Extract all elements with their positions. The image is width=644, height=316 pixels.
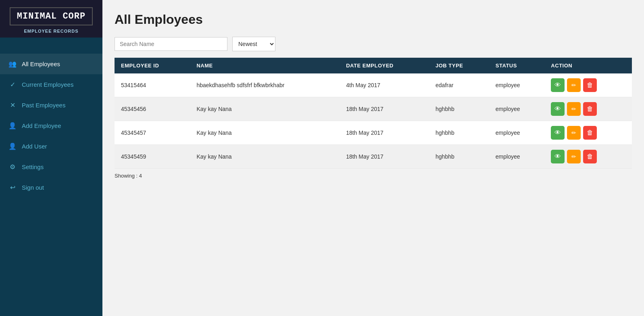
- edit-icon: ✏: [571, 82, 576, 88]
- sidebar-item-add-employee[interactable]: 👤 Add Employee: [0, 115, 102, 136]
- delete-button[interactable]: 🗑: [583, 126, 597, 140]
- app-logo: MINIMAL CORP: [10, 7, 93, 25]
- sidebar-item-all-employees[interactable]: 👥 All Employees: [0, 54, 102, 74]
- nav-menu: 👥 All Employees ✓ Current Employees ✕ Pa…: [0, 54, 102, 198]
- table-row: 45345457 Kay kay Nana 18th May 2017 hghb…: [115, 121, 632, 145]
- sidebar-label-sign-out: Sign out: [22, 184, 44, 191]
- cell-name: Kay kay Nana: [190, 145, 340, 169]
- action-buttons: 👁 ✏ 🗑: [551, 126, 625, 140]
- delete-button[interactable]: 🗑: [583, 78, 597, 92]
- trash-icon: 🗑: [587, 153, 593, 160]
- action-buttons: 👁 ✏ 🗑: [551, 102, 625, 116]
- cell-date-employed: 18th May 2017: [340, 121, 429, 145]
- trash-icon: 🗑: [587, 82, 593, 89]
- col-status: STATUS: [489, 58, 545, 73]
- trash-icon: 🗑: [587, 129, 593, 136]
- sidebar-label-all-employees: All Employees: [22, 61, 60, 67]
- edit-button[interactable]: ✏: [567, 102, 581, 116]
- sidebar-item-sign-out[interactable]: ↩ Sign out: [0, 177, 102, 198]
- gear-icon: ⚙: [8, 163, 17, 171]
- page-title: All Employees: [115, 12, 632, 27]
- view-button[interactable]: 👁: [551, 150, 565, 163]
- cell-date-employed: 4th May 2017: [340, 73, 429, 97]
- edit-icon: ✏: [571, 153, 576, 160]
- trash-icon: 🗑: [587, 105, 593, 113]
- sidebar-item-current-employees[interactable]: ✓ Current Employees: [0, 74, 102, 95]
- sidebar-label-settings: Settings: [22, 163, 44, 170]
- cell-date-employed: 18th May 2017: [340, 145, 429, 169]
- eye-icon: 👁: [554, 129, 561, 136]
- cell-action: 👁 ✏ 🗑: [544, 73, 632, 97]
- col-employee-id: EMPLOYEE ID: [115, 58, 190, 73]
- x-icon: ✕: [8, 101, 17, 109]
- edit-button[interactable]: ✏: [567, 78, 581, 92]
- check-icon: ✓: [8, 81, 17, 88]
- search-input[interactable]: [115, 37, 227, 51]
- app-subtitle: EMPLOYEE RECORDS: [24, 29, 78, 33]
- table-row: 53415464 hbaekdhasehfb sdfsfrf bfkwbrkha…: [115, 73, 632, 97]
- cell-name: Kay kay Nana: [190, 97, 340, 121]
- sidebar-label-add-user: Add User: [22, 143, 47, 150]
- action-buttons: 👁 ✏ 🗑: [551, 78, 625, 92]
- cell-job-type: hghbhb: [429, 121, 489, 145]
- logo-text: MINIMAL CORP: [17, 11, 85, 21]
- cell-employee-id: 45345456: [115, 97, 190, 121]
- table-header-row: EMPLOYEE ID NAME DATE EMPLOYED JOB TYPE …: [115, 58, 632, 73]
- delete-button[interactable]: 🗑: [583, 102, 597, 116]
- delete-button[interactable]: 🗑: [583, 150, 597, 163]
- sidebar-label-past-employees: Past Employees: [22, 102, 65, 109]
- cell-action: 👁 ✏ 🗑: [544, 121, 632, 145]
- eye-icon: 👁: [554, 153, 561, 160]
- col-action: ACTION: [544, 58, 632, 73]
- sidebar: MINIMAL CORP EMPLOYEE RECORDS 👥 All Empl…: [0, 0, 102, 316]
- cell-job-type: hghbhb: [429, 145, 489, 169]
- edit-icon: ✏: [571, 130, 576, 136]
- showing-count: Showing : 4: [115, 173, 632, 179]
- col-name: NAME: [190, 58, 340, 73]
- table-row: 45345459 Kay kay Nana 18th May 2017 hghb…: [115, 145, 632, 169]
- col-job-type: JOB TYPE: [429, 58, 489, 73]
- table-row: 45345456 Kay kay Nana 18th May 2017 hghb…: [115, 97, 632, 121]
- cell-status: employee: [489, 73, 545, 97]
- cell-employee-id: 45345457: [115, 121, 190, 145]
- table-body: 53415464 hbaekdhasehfb sdfsfrf bfkwbrkha…: [115, 73, 632, 169]
- edit-button[interactable]: ✏: [567, 150, 581, 163]
- view-button[interactable]: 👁: [551, 78, 565, 92]
- cell-name: Kay kay Nana: [190, 121, 340, 145]
- view-button[interactable]: 👁: [551, 126, 565, 140]
- signout-icon: ↩: [8, 184, 17, 191]
- sidebar-label-current-employees: Current Employees: [22, 81, 73, 88]
- cell-job-type: edafrar: [429, 73, 489, 97]
- cell-name: hbaekdhasehfb sdfsfrf bfkwbrkhabr: [190, 73, 340, 97]
- cell-status: employee: [489, 145, 545, 169]
- eye-icon: 👁: [554, 105, 561, 113]
- view-button[interactable]: 👁: [551, 102, 565, 116]
- col-date-employed: DATE EMPLOYED: [340, 58, 429, 73]
- cell-action: 👁 ✏ 🗑: [544, 97, 632, 121]
- main-content: All Employees Newest Oldest EMPLOYEE ID …: [102, 0, 644, 316]
- employee-table: EMPLOYEE ID NAME DATE EMPLOYED JOB TYPE …: [115, 58, 632, 169]
- edit-button[interactable]: ✏: [567, 126, 581, 140]
- cell-employee-id: 53415464: [115, 73, 190, 97]
- add-user-icon: 👤: [8, 142, 17, 150]
- edit-icon: ✏: [571, 106, 576, 112]
- logo-area: MINIMAL CORP EMPLOYEE RECORDS: [0, 0, 102, 38]
- sidebar-item-add-user[interactable]: 👤 Add User: [0, 136, 102, 157]
- sidebar-item-past-employees[interactable]: ✕ Past Employees: [0, 95, 102, 115]
- toolbar: Newest Oldest: [115, 37, 632, 51]
- users-icon: 👥: [8, 60, 17, 68]
- cell-job-type: hghbhb: [429, 97, 489, 121]
- eye-icon: 👁: [554, 82, 561, 89]
- cell-status: employee: [489, 97, 545, 121]
- cell-status: employee: [489, 121, 545, 145]
- cell-date-employed: 18th May 2017: [340, 97, 429, 121]
- cell-employee-id: 45345459: [115, 145, 190, 169]
- add-employee-icon: 👤: [8, 122, 17, 130]
- sidebar-item-settings[interactable]: ⚙ Settings: [0, 157, 102, 177]
- sidebar-label-add-employee: Add Employee: [22, 122, 61, 129]
- action-buttons: 👁 ✏ 🗑: [551, 150, 625, 163]
- sort-select[interactable]: Newest Oldest: [232, 37, 275, 51]
- cell-action: 👁 ✏ 🗑: [544, 145, 632, 169]
